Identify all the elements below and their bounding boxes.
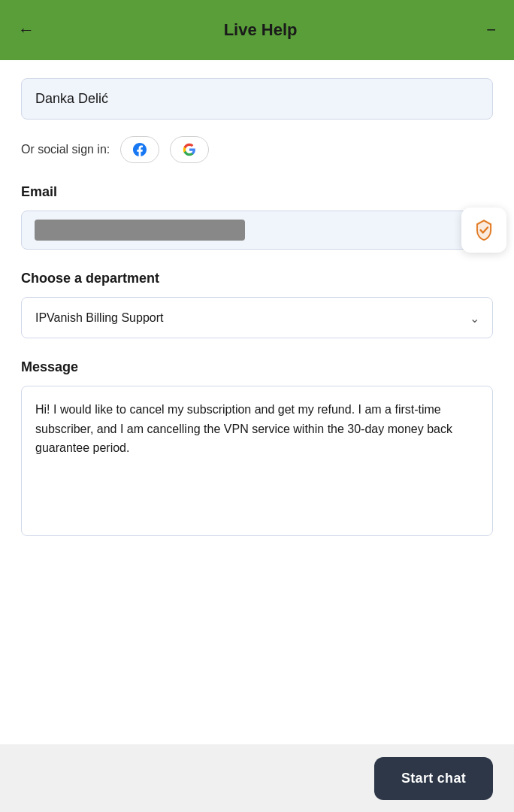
department-select[interactable]: IPVanish Billing Support IPVanish Techni…: [21, 297, 493, 338]
ipvanish-logo-badge: [461, 208, 506, 253]
department-label: Choose a department: [21, 271, 493, 286]
minimize-button[interactable]: −: [486, 20, 496, 40]
social-label: Or social sign in:: [21, 143, 110, 156]
page-title: Live Help: [224, 20, 298, 40]
name-input[interactable]: [21, 78, 493, 120]
header: ← Live Help −: [0, 0, 514, 60]
start-chat-button[interactable]: Start chat: [374, 757, 493, 800]
message-textarea[interactable]: Hi! I would like to cancel my subscripti…: [21, 386, 493, 536]
app-container: ← Live Help − Or social sign in:: [0, 0, 514, 812]
back-button[interactable]: ←: [18, 20, 35, 40]
social-sign-in-row: Or social sign in:: [21, 136, 493, 163]
facebook-sign-in-button[interactable]: [120, 136, 159, 163]
department-select-wrapper: IPVanish Billing Support IPVanish Techni…: [21, 297, 493, 338]
email-input[interactable]: [21, 211, 493, 250]
ipvanish-icon: [470, 217, 497, 244]
email-label: Email: [21, 184, 493, 200]
department-select-container: IPVanish Billing Support IPVanish Techni…: [21, 297, 493, 338]
message-label: Message: [21, 359, 493, 375]
google-sign-in-button[interactable]: [170, 136, 209, 163]
content-area: Or social sign in: Email: [0, 60, 514, 744]
bottom-bar: Start chat: [0, 744, 514, 812]
email-field-container: [21, 211, 493, 250]
